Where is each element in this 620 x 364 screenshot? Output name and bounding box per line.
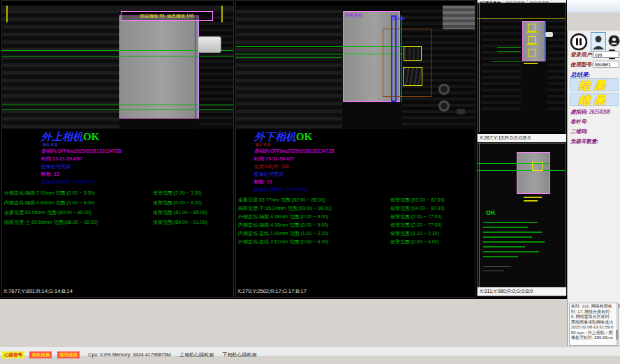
measure-value: 外侧直线-隔膜:4.38mm 范围:(0.00 ~ 9.00): [238, 213, 328, 220]
camera-connection-badge: 相机连接: [29, 351, 52, 358]
defect-yellow-box: [403, 67, 422, 86]
measure-value: 隔膜宽度-上:90.56mm 范围:(88.00 ~ 92.00): [4, 219, 98, 225]
log-scrollbar-thumb[interactable]: [616, 330, 618, 340]
measure-value: 全极宽度:83.77mm 范围:(82.00 ~ 88.00): [238, 197, 325, 203]
bolt-circle: [438, 100, 450, 112]
defect-yellow-box: [528, 24, 536, 31]
operator-icon: [608, 35, 620, 47]
measure-value: 外侧直线-直线:2.61mm 范围:(0.60 ~ 4.00): [238, 238, 328, 245]
camera-view-lower-outer[interactable]: AI检测框 23.80: [236, 6, 475, 129]
mini-text-line: [483, 256, 518, 257]
alarm-range: 报警范围:(2.00 ~ 77.00): [390, 222, 442, 228]
tab-connector-blob: [545, 32, 553, 37]
alarm-range: 报警范围:(1.10 ~ 2.10): [390, 230, 439, 236]
yellow-annotation: [526, 31, 538, 33]
heartbeat-status-badge: 心跳信号: [2, 351, 24, 358]
cpu-memory-readout: Cpu: 0.0% Memory: 3424.41796875M: [88, 351, 170, 359]
result-box-upper: 结果: [570, 78, 619, 91]
camera-name-label: 外下相机: [254, 131, 296, 142]
mini-text-line: [483, 236, 532, 238]
process-time-line: 图像处理耗时: 140.00ms: [254, 186, 308, 192]
mini-text-line: [483, 251, 539, 252]
pixel-coords-readout: X:270;Y:2502;R:17;G:17;B:17: [237, 288, 307, 294]
measure-value: 隔膜宽度-下:95.24mm 范围:(93.00 ~ 98.00): [238, 205, 332, 211]
measure-value: 内侧直线-隔膜:4.38mm 范围:(0.00 ~ 9.00): [238, 222, 328, 228]
defect-yellow-box: [532, 162, 543, 171]
result-ok-label: OK: [83, 131, 99, 142]
main-workspace: 固定阈值:93, 动态阈值:100 外上相机OK 输出:良品 虚拟码:OFFli…: [0, 0, 567, 299]
result-box-lower: 结果: [570, 93, 619, 106]
baseline-hline: [2, 109, 233, 110]
mini-ok-label: OK: [486, 209, 496, 216]
log-scrollbar[interactable]: [616, 303, 618, 345]
alarm-range: 报警范围:(2.00 ~ 77.00): [390, 213, 442, 220]
status-bar: 心跳信号 相机连接 通讯连接 Cpu: 0.0% Memory: 3424.41…: [0, 346, 620, 356]
defect-yellow-box: [528, 36, 536, 44]
camera-panel-upper-outer: 固定阈值:93, 动态阈值:100 外上相机OK 输出:良品 虚拟码:OFFli…: [1, 0, 234, 298]
process-status-line: 图像处理完成: [254, 171, 283, 177]
camera-panel-lower-outer: AI检测框 23.80 外下相机OK 输出:良品 虚拟码:OFFline2025…: [235, 0, 475, 298]
edge-marker-line: [479, 3, 480, 132]
pixel-coords-readout: X:267;Y:13;R:0;G:0;B:0: [478, 134, 566, 142]
mini-text-line: [483, 246, 525, 248]
baseline-hline: [2, 56, 233, 56]
mini-text-line: [483, 232, 542, 233]
operator-button[interactable]: [608, 35, 620, 47]
pause-button[interactable]: [570, 33, 588, 51]
defect-yellow-box: [528, 49, 536, 56]
model-field[interactable]: [593, 61, 619, 68]
process-status-line: 图像处理完成: [41, 163, 71, 169]
negative-tab-count-label: 负极耳数量:: [570, 138, 598, 145]
baseline-hline: [492, 61, 522, 62]
mini-text-line: [483, 227, 528, 228]
measure-blue-rect: [391, 15, 397, 102]
bolt-circle: [438, 84, 450, 95]
alarm-range: 报警范围:(81.00 ~ 85.00): [153, 209, 207, 215]
machine-texture: [443, 6, 475, 29]
measure-value: 全极宽度:83.05mm 范围:(80.00 ~ 86.00): [4, 209, 91, 215]
alarm-range: 报警范围:(0.00 ~ 8.00): [153, 199, 202, 206]
sidebar: 登录用户: 使用型号: 总结果: 结果 结果 虚拟码: 20250208 卷针号…: [567, 31, 620, 346]
mini-text-line: [483, 271, 504, 271]
baseline-hline: [236, 46, 404, 47]
login-user-button[interactable]: [591, 32, 606, 52]
upper-camera-heartbeat-check[interactable]: 上相机心跳检测: [179, 351, 214, 359]
pixel-coords-readout: X:7677;Y:891;R:14;G:14;B:14: [3, 288, 73, 294]
alarm-range: 报警范围:(94.00 ~ 97.00): [390, 205, 445, 211]
barcode-line: 虚拟码:OFFline2025020813313472B: [41, 148, 121, 154]
qr-code-label: 二维码:: [570, 128, 588, 135]
defect-yellow-box: [404, 46, 422, 61]
yellow-annotation: [524, 197, 542, 198]
edge-marker-line: [221, 6, 223, 22]
mini-text-line: [483, 241, 545, 243]
electrode-region: [119, 15, 199, 119]
ng-preview-image[interactable]: [478, 3, 565, 132]
camera-name-label: 外上相机: [41, 131, 83, 142]
machine-texture: [236, 10, 342, 129]
pause-icon: [570, 33, 588, 51]
login-user-field[interactable]: [593, 51, 619, 58]
camera-view-upper-outer[interactable]: 固定阈值:93, 动态阈值:100: [2, 6, 233, 129]
cyan-measure-line: [198, 20, 198, 119]
machine-texture: [2, 10, 119, 129]
ai-time-line: 使用AI耗时: 186: [254, 163, 289, 169]
comm-connection-badge: 通讯连接: [57, 351, 80, 358]
frame-count-line: 帧数: 13: [254, 179, 272, 185]
edge-marker-line: [479, 144, 480, 287]
pin-number-label: 卷针号:: [570, 119, 588, 126]
baseline-hline: [497, 47, 521, 48]
measure-value-label: 23.80: [392, 16, 405, 21]
ai-roi-label: AI检测框: [345, 13, 363, 19]
tab-connector-blob: [198, 36, 221, 53]
inner-preview-image[interactable]: OK: [478, 144, 565, 287]
ng-preview-panel: NG图片显示相机内视图超标内视图 X:267;Y:13;R:0;G:0;B:0: [477, 0, 566, 142]
blue-measure-line: [195, 15, 195, 119]
alarm-range: 报警范围:(83.00 ~ 87.00): [390, 197, 445, 203]
olive-line: [478, 18, 565, 19]
lower-camera-heartbeat-check[interactable]: 下相机心跳检测: [223, 351, 257, 359]
log-output[interactable]: 耗时: 222, 网络检测耗时: 17, 网络分类耗时: 0, 网络提取分区耗时…: [569, 303, 619, 346]
alarm-range: 报警范围:(2.20 ~ 3.30): [153, 190, 202, 196]
mini-text-line: [483, 222, 538, 223]
baseline-hline: [236, 57, 342, 58]
user-icon: [591, 33, 605, 51]
